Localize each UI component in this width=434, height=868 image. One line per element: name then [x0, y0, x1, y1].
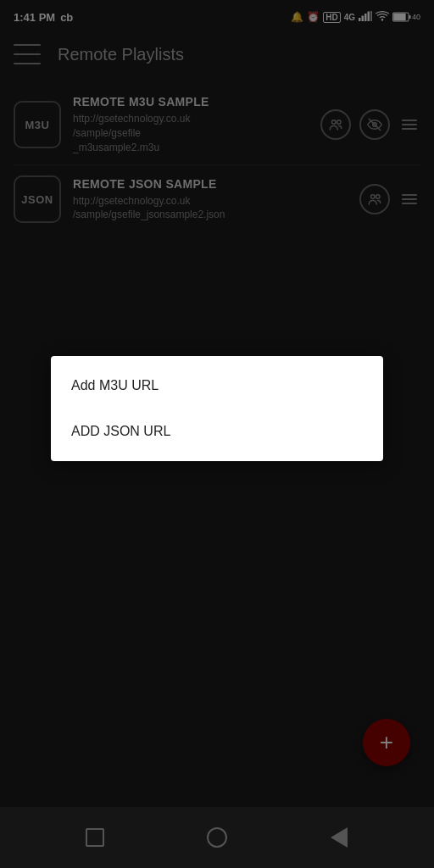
popup-menu: Add M3U URL ADD JSON URL: [51, 356, 383, 461]
add-json-url-item[interactable]: ADD JSON URL: [51, 409, 383, 454]
add-m3u-url-item[interactable]: Add M3U URL: [51, 363, 383, 409]
